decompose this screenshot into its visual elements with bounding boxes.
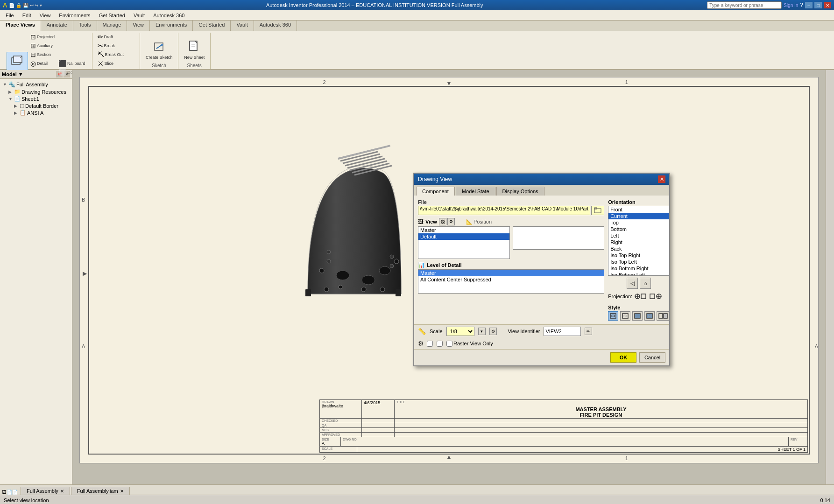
view-ctrl-2[interactable]: ⚙ (447, 218, 455, 225)
tab-tools[interactable]: Tools (73, 21, 97, 31)
file-path[interactable]: \\vm-file01\staff2$\jbraithwaite\2014-20… (418, 206, 590, 215)
grid-arrow-bot: ▲ (446, 454, 452, 460)
lod-all-content-suppressed[interactable]: All Content Center Suppressed (418, 276, 604, 283)
orient-iso-top-left[interactable]: Iso Top Left (608, 259, 669, 265)
tab-annotate[interactable]: Annotate (41, 21, 73, 31)
slice-button[interactable]: ⚔ Slice (96, 59, 136, 68)
scale-extra-btn[interactable]: ▾ (478, 328, 486, 335)
orient-left[interactable]: Left (608, 232, 669, 239)
right-panel (826, 70, 834, 484)
svg-point-19 (361, 287, 366, 292)
detail-button[interactable]: ◎ Detail (29, 59, 56, 68)
create-sketch-button[interactable]: Create Sketch (144, 37, 174, 61)
dialog-close-btn[interactable]: ✕ (658, 175, 665, 183)
tab-full-assembly-iam-close[interactable]: ✕ (120, 489, 124, 494)
orient-front[interactable]: Front (608, 206, 669, 213)
tree-sheet-1[interactable]: ▼ 📄 Sheet:1 (1, 95, 71, 102)
dialog-ok-button[interactable]: OK (610, 352, 636, 363)
view-listbox[interactable]: Master Default (418, 226, 510, 259)
tab-full-assembly-iam[interactable]: Full Assembly.iam ✕ (71, 487, 130, 495)
orientation-list[interactable]: Front Current Top Bottom Left Right Back… (608, 206, 670, 276)
orient-prev-btn[interactable]: ◁ (627, 278, 638, 289)
tab-vault[interactable]: Vault (231, 21, 254, 31)
style-shaded[interactable] (632, 311, 643, 321)
dialog-cancel-button[interactable]: Cancel (639, 352, 665, 363)
style-hidden-visible[interactable] (620, 311, 630, 321)
view-id-input[interactable] (544, 327, 581, 336)
orient-iso-bottom-left[interactable]: Iso Bottom Left (608, 272, 669, 276)
raster-view-only-check[interactable]: Raster View Only (446, 341, 493, 347)
tab-autodesk-360[interactable]: Autodesk 360 (254, 21, 297, 31)
view-id-edit-btn[interactable]: ✏ (585, 328, 592, 335)
style-extra[interactable] (657, 311, 670, 321)
dialog-tab-display-options[interactable]: Display Options (496, 187, 544, 196)
raster-check-input[interactable] (446, 341, 452, 347)
lod-listbox[interactable]: Master All Content Center Suppressed (418, 269, 604, 294)
check-2-input[interactable] (437, 341, 443, 347)
options-check-2[interactable] (437, 341, 444, 347)
tree-ansi-a[interactable]: ▶ 📋 ANSI A (1, 109, 71, 116)
tab-full-assembly-close[interactable]: ✕ (60, 489, 64, 494)
file-browse-btn[interactable] (591, 206, 604, 215)
position-label: Position (474, 219, 492, 224)
dialog-tab-component[interactable]: Component (416, 187, 455, 196)
tab-manage[interactable]: Manage (97, 21, 127, 31)
tab-place-views[interactable]: Place Views (0, 21, 41, 31)
listbox-item-default[interactable]: Default (418, 233, 509, 240)
orient-current[interactable]: Current (608, 213, 669, 219)
options-icon[interactable]: ⚙ (418, 340, 424, 347)
orient-bottom[interactable]: Bottom (608, 226, 669, 232)
orient-iso-top-right[interactable]: Iso Top Right (608, 252, 669, 259)
menu-get-started[interactable]: Get Started (95, 12, 129, 19)
tree-default-border[interactable]: ▶ ⬚ Default Border (1, 102, 71, 109)
tree-full-assembly[interactable]: ▼ 🔩 Full Assembly (1, 81, 71, 88)
panel-title[interactable]: Model ▼ (2, 71, 23, 77)
scale-toggle-icon[interactable]: 📏 (418, 328, 426, 335)
help-icon[interactable]: ? (800, 2, 803, 8)
orient-top[interactable]: Top (608, 219, 669, 226)
search-input[interactable] (707, 1, 782, 9)
tab-full-assembly[interactable]: Full Assembly ✕ (21, 487, 70, 495)
date-value: 4/6/2015 (364, 400, 392, 405)
menu-file[interactable]: File (2, 12, 18, 19)
section-button[interactable]: ⊟ Section (29, 50, 56, 59)
auxiliary-button[interactable]: ⊞ Auxiliary (29, 42, 56, 50)
close-btn[interactable]: ✕ (824, 2, 831, 8)
tab-environments[interactable]: Environments (150, 21, 193, 31)
lod-master[interactable]: Master (418, 270, 604, 276)
listbox-item-master[interactable]: Master (418, 227, 509, 233)
break-button[interactable]: ✂ Break (96, 42, 136, 50)
nailboard-button[interactable]: ⬛ Nailboard (57, 59, 88, 68)
orient-right[interactable]: Right (608, 239, 669, 245)
menu-autodesk-360[interactable]: Autodesk 360 (149, 12, 188, 19)
svg-rect-54 (664, 314, 667, 318)
menu-environments[interactable]: Environments (55, 12, 94, 19)
menu-view[interactable]: View (36, 12, 55, 19)
check-1-input[interactable] (427, 341, 433, 347)
svg-point-33 (327, 250, 331, 254)
scale-select[interactable]: 1/8 1/16 1/4 1/2 1:1 (446, 327, 474, 336)
menu-vault[interactable]: Vault (130, 12, 148, 19)
options-check-1[interactable] (427, 341, 434, 347)
orient-iso-bottom-right[interactable]: Iso Bottom Right (608, 265, 669, 272)
maximize-btn[interactable]: □ (814, 2, 822, 8)
proj-first-angle[interactable] (634, 292, 647, 301)
break-out-button[interactable]: ⛏ Break Out (96, 50, 136, 59)
proj-third-angle[interactable] (649, 292, 662, 301)
orient-home-btn[interactable]: ⌂ (640, 278, 651, 289)
draft-button[interactable]: ✏ Draft (96, 33, 136, 41)
tab-view[interactable]: View (127, 21, 150, 31)
dialog-tab-model-state[interactable]: Model State (456, 187, 495, 196)
projected-button[interactable]: ⊡ Projected (29, 33, 56, 41)
new-sheet-button[interactable]: New Sheet (182, 37, 206, 61)
tab-get-started[interactable]: Get Started (193, 21, 231, 31)
style-shaded-hidden[interactable] (644, 311, 655, 321)
tree-drawing-resources[interactable]: ▶ 📁 Drawing Resources (1, 88, 71, 95)
view-ctrl-1[interactable]: 🖼 (439, 218, 446, 225)
minimize-btn[interactable]: – (805, 2, 813, 8)
orient-back[interactable]: Back (608, 245, 669, 252)
sign-in-btn[interactable]: Sign In (784, 3, 798, 8)
style-hidden-removed[interactable] (608, 311, 618, 321)
scale-extra-btn2[interactable]: ⚙ (489, 328, 497, 335)
menu-edit[interactable]: Edit (19, 12, 35, 19)
